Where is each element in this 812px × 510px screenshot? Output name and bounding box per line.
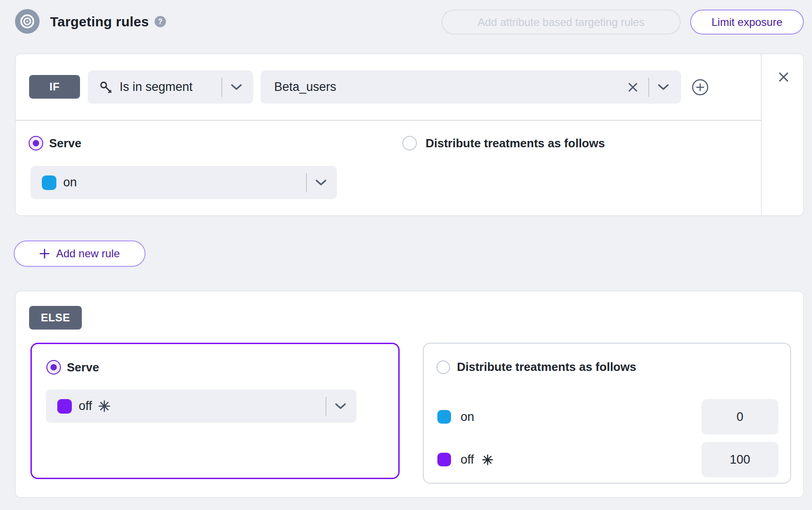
serve-radio[interactable] (46, 360, 61, 375)
default-treatment-select[interactable]: off (46, 390, 356, 423)
add-attribute-rules-button[interactable]: Add attribute based targeting rules (441, 10, 681, 35)
remove-rule-button[interactable] (777, 71, 790, 83)
distribution-row: off (437, 442, 778, 477)
else-rule-card: ELSE Serve off Distribute treatments as … (15, 291, 804, 498)
serve-option-label: Serve (67, 360, 99, 375)
help-icon[interactable]: ? (155, 16, 166, 27)
page-title: Targeting rules (50, 14, 149, 30)
else-serve-box: Serve off (30, 343, 400, 479)
distribute-option-label: Distribute treatments as follows (426, 136, 605, 150)
bullseye-icon (18, 12, 36, 30)
limit-exposure-button[interactable]: Limit exposure (690, 10, 804, 35)
add-new-rule-button[interactable]: Add new rule (14, 240, 145, 267)
chevron-down-icon[interactable] (657, 84, 669, 91)
chevron-down-icon[interactable] (335, 403, 346, 410)
chevron-down-icon[interactable] (231, 84, 242, 91)
if-rule-card: IF Is in segment Beta_users (15, 54, 804, 216)
distribution-row: on (437, 399, 778, 435)
segment-value: Beta_users (274, 80, 627, 94)
matcher-label: Is in segment (120, 80, 221, 94)
treatment-value: off (79, 399, 92, 413)
serve-radio[interactable] (29, 136, 43, 150)
serve-option-label: Serve (49, 136, 81, 150)
distribute-option-label: Distribute treatments as follows (457, 360, 636, 374)
clear-segment-icon[interactable] (627, 82, 638, 93)
else-distribute-box: Distribute treatments as follows on off (423, 343, 791, 484)
targeting-rules-icon (15, 9, 40, 34)
row-divider (15, 120, 761, 120)
distribute-radio[interactable] (402, 136, 417, 150)
column-divider (761, 54, 762, 215)
segment-select[interactable]: Beta_users (261, 70, 681, 104)
treatment-on-swatch (437, 410, 451, 424)
treatment-name: off (461, 453, 474, 467)
add-new-rule-label: Add new rule (56, 247, 120, 260)
treatment-select[interactable]: on (30, 166, 337, 199)
treatment-off-swatch (57, 399, 72, 414)
else-badge: ELSE (29, 306, 82, 330)
percent-input-on[interactable] (702, 399, 778, 435)
treatment-name: on (461, 410, 474, 424)
chevron-down-icon[interactable] (315, 179, 327, 186)
if-badge: IF (29, 75, 80, 99)
treatment-off-swatch (437, 453, 451, 466)
default-treatment-asterisk-icon (482, 454, 493, 465)
distribute-radio[interactable] (436, 360, 450, 374)
treatment-on-swatch (42, 175, 56, 190)
default-treatment-asterisk-icon (98, 400, 110, 412)
plus-icon (39, 248, 50, 259)
add-condition-button[interactable] (691, 78, 709, 96)
matcher-select[interactable]: Is in segment (88, 70, 253, 104)
treatment-value: on (63, 175, 306, 190)
key-icon (99, 80, 113, 95)
percent-input-off[interactable] (702, 442, 778, 477)
